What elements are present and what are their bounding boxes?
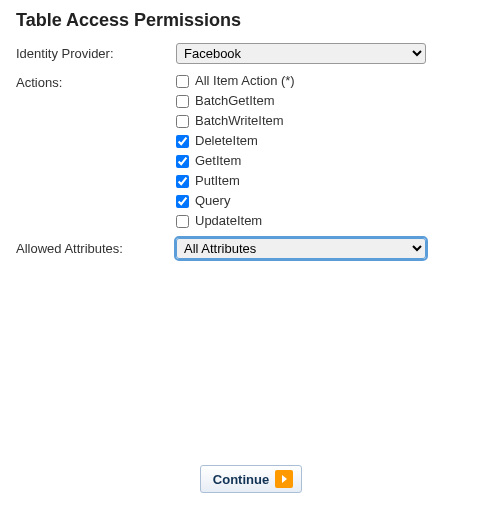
action-label: BatchGetItem <box>195 92 274 110</box>
action-item[interactable]: BatchGetItem <box>176 92 486 110</box>
continue-button[interactable]: Continue <box>200 465 302 493</box>
action-checkbox[interactable] <box>176 155 189 168</box>
action-item[interactable]: All Item Action (*) <box>176 72 486 90</box>
page-title: Table Access Permissions <box>16 10 486 31</box>
action-item[interactable]: PutItem <box>176 172 486 190</box>
action-checkbox[interactable] <box>176 95 189 108</box>
action-checkbox[interactable] <box>176 75 189 88</box>
action-label: UpdateItem <box>195 212 262 230</box>
action-checkbox[interactable] <box>176 135 189 148</box>
action-label: BatchWriteItem <box>195 112 284 130</box>
action-label: GetItem <box>195 152 241 170</box>
allowed-attributes-label: Allowed Attributes: <box>16 238 176 256</box>
action-item[interactable]: GetItem <box>176 152 486 170</box>
identity-provider-label: Identity Provider: <box>16 43 176 61</box>
arrow-right-icon <box>275 470 293 488</box>
action-checkbox[interactable] <box>176 215 189 228</box>
action-checkbox[interactable] <box>176 115 189 128</box>
allowed-attributes-select[interactable]: All Attributes <box>176 238 426 259</box>
actions-label: Actions: <box>16 72 176 90</box>
action-label: PutItem <box>195 172 240 190</box>
continue-button-label: Continue <box>213 472 269 487</box>
action-label: All Item Action (*) <box>195 72 295 90</box>
actions-row: Actions: All Item Action (*)BatchGetItem… <box>16 72 486 230</box>
actions-list: All Item Action (*)BatchGetItemBatchWrit… <box>176 72 486 230</box>
action-checkbox[interactable] <box>176 195 189 208</box>
action-label: DeleteItem <box>195 132 258 150</box>
action-item[interactable]: DeleteItem <box>176 132 486 150</box>
action-label: Query <box>195 192 230 210</box>
action-item[interactable]: Query <box>176 192 486 210</box>
action-item[interactable]: UpdateItem <box>176 212 486 230</box>
action-checkbox[interactable] <box>176 175 189 188</box>
allowed-attributes-row: Allowed Attributes: All Attributes <box>16 238 486 259</box>
action-item[interactable]: BatchWriteItem <box>176 112 486 130</box>
identity-provider-select[interactable]: Facebook <box>176 43 426 64</box>
identity-provider-row: Identity Provider: Facebook <box>16 43 486 64</box>
